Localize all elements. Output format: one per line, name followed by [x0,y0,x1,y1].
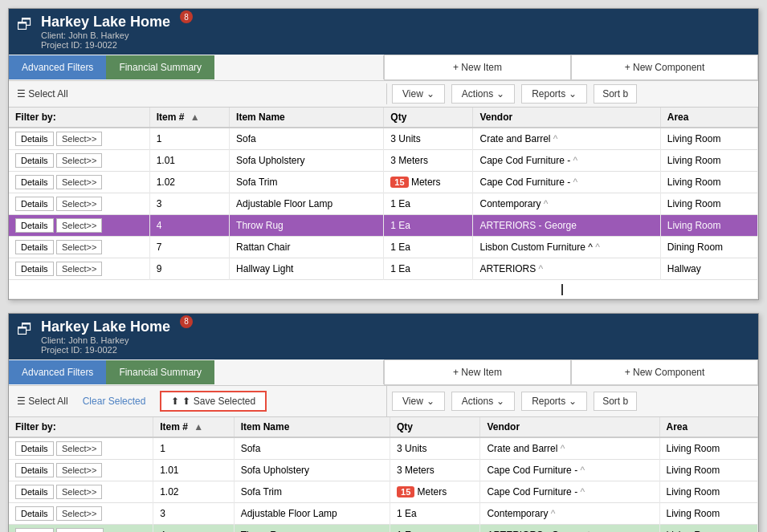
select-all-button-2[interactable]: ☰ Select All [17,396,68,407]
details-button-p2[interactable]: Details [15,506,54,521]
select-button-p2[interactable]: Select>> [56,463,102,477]
panel-1: 🗗 Harkey Lake Home Client: John B. Harke… [8,8,759,300]
col-item-num[interactable]: Item # ▲ [149,108,229,128]
panel-2-toolbar: Advanced Filters Financial Summary + New… [9,359,758,386]
financial-summary-button[interactable]: Financial Summary [106,55,214,79]
col-vendor-2: Vendor [480,417,659,437]
details-button[interactable]: Details [15,218,54,233]
project-id-2: Project ID: 19-0022 [41,345,170,355]
notification-badge-2: 8 [180,315,193,328]
actions-dropdown-button-2[interactable]: Actions ⌄ [451,392,515,411]
clear-selected-button[interactable]: Clear Selected [76,392,153,410]
new-item-button[interactable]: + New Item [384,55,571,80]
select-button-p2[interactable]: Select>> [56,441,102,456]
select-button[interactable]: Select>> [56,197,102,211]
details-button[interactable]: Details [15,240,54,254]
view-dropdown-button[interactable]: View ⌄ [392,84,445,104]
select-button-p2[interactable]: Select>> [56,528,104,532]
view-dropdown-button-2[interactable]: View ⌄ [392,392,445,411]
sort-button-2[interactable]: Sort b [594,392,637,411]
details-button-p2[interactable]: Details [15,485,54,499]
project-id: Project ID: 19-0022 [41,40,170,50]
col-area: Area [660,108,757,128]
col-qty: Qty [384,108,473,128]
toolbar-left: Advanced Filters Financial Summary [9,55,384,79]
col-filter-by: Filter by: [9,108,149,128]
details-button-p2[interactable]: Details [15,441,54,456]
select-button[interactable]: Select>> [56,262,102,276]
toolbar-right: + New Item + New Component [384,55,758,80]
col-qty-2: Qty [390,417,480,437]
col-vendor: Vendor [473,108,660,128]
external-link-icon-2[interactable]: 🗗 [17,320,33,339]
select-button[interactable]: Select>> [56,175,102,189]
details-button[interactable]: Details [15,197,54,211]
panel-2-table: Filter by: Item # ▲ Item Name Qty Vendor… [9,417,758,532]
details-button[interactable]: Details [15,262,54,276]
advanced-filters-button[interactable]: Advanced Filters [9,55,106,79]
actions-dropdown-button[interactable]: Actions ⌄ [451,84,515,104]
col-area-2: Area [659,417,758,437]
details-button-p2[interactable]: Details [15,463,54,477]
new-component-button[interactable]: + New Component [571,55,758,80]
toolbar-left-2: Advanced Filters Financial Summary [9,360,384,384]
client-name: Client: John B. Harkey [41,30,170,40]
col-item-num-2[interactable]: Item # ▲ [153,417,235,437]
details-button-p2[interactable]: Details [15,528,54,532]
col-item-name: Item Name [230,108,384,128]
col-item-name-2: Item Name [234,417,390,437]
new-component-button-2[interactable]: + New Component [571,359,758,385]
details-button[interactable]: Details [15,153,54,168]
panel-2-header: 🗗 Harkey Lake Home Client: John B. Harke… [9,314,758,359]
reports-dropdown-button-2[interactable]: Reports ⌄ [521,392,587,411]
col-filter-by-2: Filter by: [9,417,153,437]
save-selected-button[interactable]: ⬆ ⬆ Save Selected [160,391,267,412]
select-button[interactable]: Select>> [56,240,102,254]
project-title: Harkey Lake Home [41,14,170,30]
notification-badge: 8 [180,10,193,23]
panel-1-table: Filter by: Item # ▲ Item Name Qty Vendor… [9,108,758,299]
reports-dropdown-button[interactable]: Reports ⌄ [521,84,587,104]
client-name-2: Client: John B. Harkey [41,335,170,345]
external-link-icon[interactable]: 🗗 [17,15,33,34]
panel-1-select-row: ☰ Select All View ⌄ Actions ⌄ Reports ⌄ … [9,81,758,108]
new-item-button-2[interactable]: + New Item [384,359,571,385]
select-all-button[interactable]: ☰ Select All [17,88,68,99]
select-button[interactable]: Select>> [56,153,102,168]
panel-1-header: 🗗 Harkey Lake Home Client: John B. Harke… [9,9,758,55]
project-title-2: Harkey Lake Home [41,319,170,335]
sort-button[interactable]: Sort b [594,84,637,104]
toolbar-right-2: + New Item + New Component [384,359,758,385]
panel-2: 🗗 Harkey Lake Home Client: John B. Harke… [8,313,759,532]
select-button[interactable]: Select>> [56,218,102,233]
panel-1-toolbar: Advanced Filters Financial Summary + New… [9,55,758,81]
select-button[interactable]: Select>> [56,132,102,146]
select-button-p2[interactable]: Select>> [56,506,102,521]
details-button[interactable]: Details [15,132,54,146]
select-button-p2[interactable]: Select>> [56,485,102,499]
panel-2-select-row: ☰ Select All Clear Selected ⬆ ⬆ Save Sel… [9,386,758,417]
advanced-filters-button-2[interactable]: Advanced Filters [9,360,106,384]
financial-summary-button-2[interactable]: Financial Summary [106,360,214,384]
upload-icon: ⬆ [171,396,179,407]
details-button[interactable]: Details [15,175,54,189]
